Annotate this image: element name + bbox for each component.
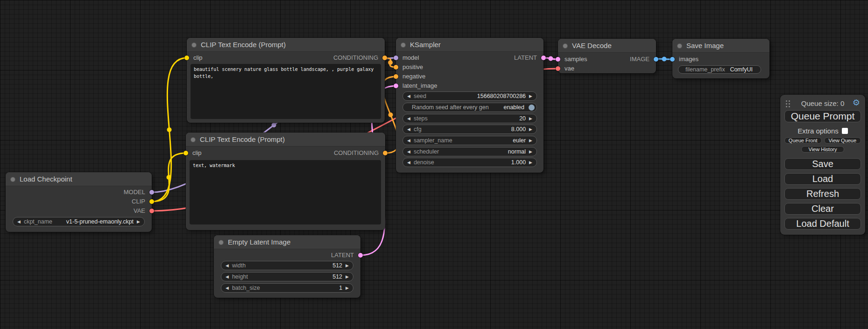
steps-widget[interactable]: ◀ steps 20 ▶ [402,114,537,123]
node-status-dot [219,240,224,245]
width-widget[interactable]: ◀ width 512 ▶ [221,261,353,270]
load-button[interactable]: Load [784,173,861,185]
load-default-button[interactable]: Load Default [784,218,861,230]
input-label-positive: positive [402,63,423,71]
decrement-arrow-icon[interactable]: ◀ [407,136,410,145]
negative-prompt-textarea[interactable]: text, watermark [190,160,381,224]
input-label-vae: vae [565,64,574,73]
decrement-arrow-icon[interactable]: ◀ [407,91,410,101]
increment-arrow-icon[interactable]: ▶ [529,91,532,101]
ckpt-name-widget[interactable]: ◀ ckpt_name v1-5-pruned-emaonly.ckpt ▶ [13,217,145,226]
output-label-latent: LATENT [514,54,537,62]
filename-prefix-widget[interactable]: filename_prefix ComfyUI [678,65,761,74]
node-status-dot [401,42,406,48]
decrement-arrow-icon[interactable]: ◀ [226,283,229,293]
output-port-image[interactable] [654,57,658,62]
node-vae-decode[interactable]: VAE Decode samples IMAGE vae [558,39,656,73]
input-label-clip: clip [192,149,202,157]
node-title: CLIP Text Encode (Prompt) [200,135,285,143]
input-port-model[interactable] [394,56,398,60]
view-history-button[interactable]: View History [801,146,844,153]
increment-arrow-icon[interactable]: ▶ [529,158,532,167]
extra-options-checkbox[interactable] [842,128,848,134]
node-load-checkpoint[interactable]: Load Checkpoint MODEL CLIP VAE ◀ ckpt_na… [6,172,152,232]
output-label-conditioning: CONDITIONING [334,149,379,157]
input-label-negative: negative [402,72,425,81]
widget-label: cfg [414,126,422,133]
node-title-bar[interactable]: KSampler [396,38,543,52]
height-widget[interactable]: ◀ height 512 ▶ [221,272,353,281]
node-title-bar[interactable]: Save Image [672,39,769,53]
node-title-bar[interactable]: CLIP Text Encode (Prompt) [187,38,385,52]
widget-label: width [232,262,246,269]
positive-prompt-textarea[interactable]: beautiful scenery nature glass bottle la… [191,64,381,119]
node-title: Save Image [686,42,724,49]
node-clip-text-encode-negative[interactable]: CLIP Text Encode (Prompt) clip CONDITION… [186,133,385,230]
output-port-conditioning[interactable] [383,151,388,155]
widget-value: 512 [249,262,342,269]
toggle-dot-icon[interactable] [529,105,535,111]
comfyui-canvas[interactable]: { "colors": { "model": "#B39DDB", "clip"… [0,0,868,329]
sampler-name-widget[interactable]: ◀ sampler_name euler ▶ [402,136,537,145]
input-port-latent-image[interactable] [394,84,398,88]
increment-arrow-icon[interactable]: ▶ [346,261,349,270]
output-port-vae[interactable] [149,209,154,213]
node-title-bar[interactable]: VAE Decode [558,39,656,53]
queue-front-button[interactable]: Queue Front [784,137,822,144]
queue-prompt-button[interactable]: Queue Prompt [784,110,861,122]
batch-size-widget[interactable]: ◀ batch_size 1 ▶ [221,283,353,293]
input-port-vae[interactable] [556,66,560,71]
drag-handle-icon[interactable] [786,100,787,102]
input-port-clip[interactable] [183,151,188,155]
decrement-arrow-icon[interactable]: ◀ [226,261,229,270]
denoise-widget[interactable]: ◀ denoise 1.000 ▶ [402,158,537,167]
cfg-widget[interactable]: ◀ cfg 8.000 ▶ [402,125,537,134]
view-queue-button[interactable]: View Queue [824,137,861,144]
decrement-arrow-icon[interactable]: ◀ [226,272,229,281]
clear-button[interactable]: Clear [784,203,861,215]
widget-value: normal [442,148,526,155]
save-button[interactable]: Save [784,158,861,170]
input-port-clip[interactable] [184,56,189,60]
random-seed-toggle-widget[interactable]: Random seed after every gen enabled [402,103,537,112]
widget-value: 8.000 [425,126,526,133]
output-port-latent[interactable] [358,253,363,258]
increment-arrow-icon[interactable]: ▶ [346,272,349,281]
input-port-samples[interactable] [556,57,560,62]
refresh-button[interactable]: Refresh [784,188,861,200]
decrement-arrow-icon[interactable]: ◀ [407,125,410,134]
widget-value: v1-5-pruned-emaonly.ckpt [56,218,134,225]
node-ksampler[interactable]: KSampler model LATENT positive negative … [396,38,543,173]
decrement-arrow-icon[interactable]: ◀ [407,158,410,167]
node-title-bar[interactable]: Load Checkpoint [6,172,152,186]
widget-label: filename_prefix [685,66,725,73]
increment-arrow-icon[interactable]: ▶ [346,283,349,293]
input-port-positive[interactable] [394,65,398,70]
input-port-images[interactable] [670,57,675,62]
decrement-arrow-icon[interactable]: ◀ [17,217,21,226]
seed-widget[interactable]: ◀ seed 156680208700286 ▶ [402,91,537,101]
increment-arrow-icon[interactable]: ▶ [529,125,532,134]
scheduler-widget[interactable]: ◀ scheduler normal ▶ [402,147,537,156]
increment-arrow-icon[interactable]: ▶ [529,136,532,145]
node-title-bar[interactable]: CLIP Text Encode (Prompt) [186,133,385,147]
node-empty-latent-image[interactable]: Empty Latent Image LATENT ◀ width 512 ▶ … [214,235,360,298]
increment-arrow-icon[interactable]: ▶ [137,217,140,226]
input-label-clip: clip [193,54,203,62]
increment-arrow-icon[interactable]: ▶ [529,114,532,123]
settings-gear-icon[interactable]: ⚙ [853,98,860,107]
input-port-negative[interactable] [394,74,398,79]
decrement-arrow-icon[interactable]: ◀ [407,114,410,123]
node-clip-text-encode-positive[interactable]: CLIP Text Encode (Prompt) clip CONDITION… [187,38,385,123]
output-port-clip[interactable] [149,199,154,204]
output-port-latent[interactable] [541,56,546,60]
node-save-image[interactable]: Save Image images filename_prefix ComfyU… [672,39,769,78]
decrement-arrow-icon[interactable]: ◀ [407,147,410,156]
widget-value: 1 [263,285,342,291]
output-port-conditioning[interactable] [382,56,387,60]
wire-midpoint-dot [272,123,276,127]
increment-arrow-icon[interactable]: ▶ [529,147,532,156]
output-port-model[interactable] [149,190,154,195]
node-title-bar[interactable]: Empty Latent Image [214,235,360,249]
node-title: VAE Decode [572,42,612,49]
